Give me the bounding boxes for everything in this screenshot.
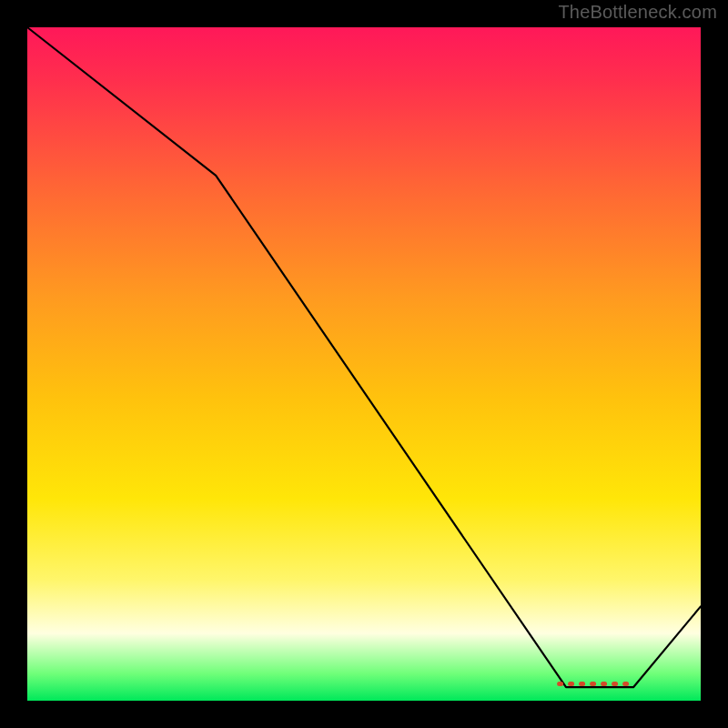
chart-overlay [27,27,701,701]
chart-container: TheBottleneck.com [0,0,728,728]
chart-curve [27,27,701,687]
attribution-text: TheBottleneck.com [558,2,717,23]
